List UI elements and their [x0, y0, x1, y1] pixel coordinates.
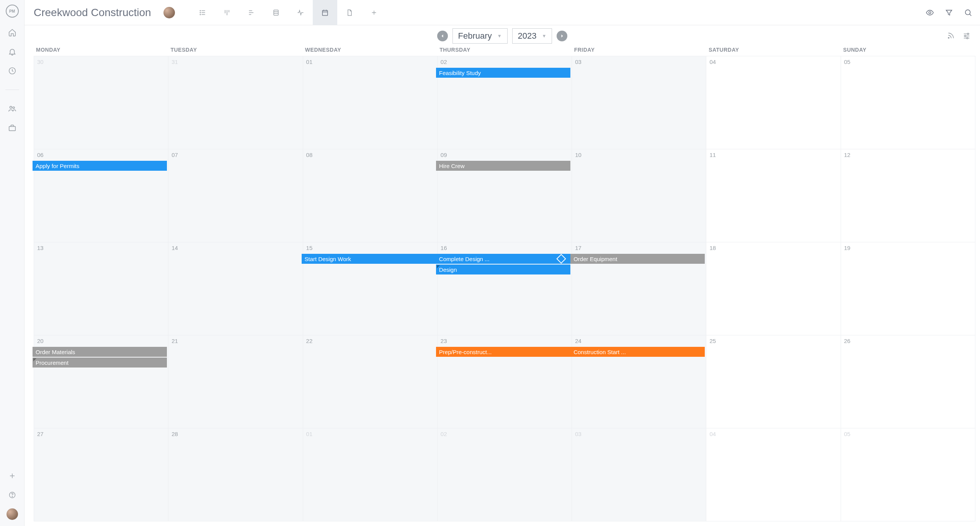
home-icon[interactable] — [8, 28, 16, 37]
calendar-event[interactable]: Prep/Pre-construct... — [436, 347, 570, 357]
calendar-event[interactable]: Start Design Work — [302, 254, 436, 264]
svg-point-1 — [10, 106, 11, 109]
calendar-cell[interactable]: 08 — [303, 149, 438, 242]
calendar-cell[interactable]: 14 — [168, 242, 303, 335]
day-number: 22 — [306, 338, 434, 344]
calendar-cell[interactable]: 11 — [706, 149, 841, 242]
svg-rect-10 — [322, 10, 327, 15]
calendar-cell[interactable]: 12 — [841, 149, 975, 242]
calendar-event[interactable]: Procurement — [33, 358, 167, 368]
calendar-cell[interactable]: 21 — [168, 335, 303, 428]
calendar-cell[interactable]: 07 — [168, 149, 303, 242]
calendar-cell[interactable]: 01 — [303, 428, 438, 521]
day-number: 27 — [37, 431, 165, 437]
day-number: 20 — [37, 338, 165, 344]
calendar-event[interactable]: Hire Crew — [436, 161, 570, 171]
calendar-cell[interactable]: 27 — [34, 428, 168, 521]
calendar-cell[interactable]: 03 — [572, 56, 706, 149]
day-number: 15 — [306, 245, 434, 251]
dow-label: THURSDAY — [437, 47, 572, 53]
calendar-cell[interactable]: 10 — [572, 149, 706, 242]
day-number: 09 — [441, 152, 568, 158]
svg-point-8 — [200, 14, 201, 15]
tab-file[interactable] — [337, 0, 362, 25]
plus-icon[interactable] — [8, 472, 16, 480]
day-number: 06 — [37, 152, 165, 158]
project-owner-avatar[interactable] — [163, 7, 175, 18]
people-icon[interactable] — [8, 105, 16, 113]
day-number: 25 — [709, 338, 837, 344]
calendar-cell[interactable]: 31 — [168, 56, 303, 149]
day-number: 04 — [709, 59, 837, 65]
calendar-cell[interactable]: 04 — [706, 428, 841, 521]
calendar-event[interactable]: Order Equipment — [570, 254, 705, 264]
svg-point-11 — [929, 11, 931, 14]
day-number: 07 — [172, 152, 299, 158]
project-title: Creekwood Construction — [34, 7, 151, 19]
day-number: 16 — [441, 245, 568, 251]
topbar: Creekwood Construction — [24, 0, 980, 25]
calendar-cell[interactable]: 13 — [34, 242, 168, 335]
tab-add[interactable] — [362, 0, 386, 25]
clock-icon[interactable] — [8, 67, 16, 75]
search-icon[interactable] — [964, 8, 972, 17]
calendar-cell[interactable]: 03 — [572, 428, 706, 521]
day-number: 31 — [172, 59, 299, 65]
calendar-cell[interactable]: 18 — [706, 242, 841, 335]
tab-board[interactable] — [215, 0, 239, 25]
day-number: 05 — [844, 431, 972, 437]
chevron-down-icon: ▼ — [497, 33, 502, 39]
tab-gantt[interactable] — [239, 0, 264, 25]
calendar-event[interactable]: Order Materials — [33, 347, 167, 357]
next-month-button[interactable] — [557, 31, 567, 41]
briefcase-icon[interactable] — [8, 124, 16, 132]
calendar-cell[interactable]: 30 — [34, 56, 168, 149]
rss-icon[interactable] — [947, 32, 955, 40]
svg-point-14 — [967, 33, 969, 35]
day-number: 03 — [575, 431, 703, 437]
tab-calendar[interactable] — [313, 0, 337, 25]
calendar-event[interactable]: Feasibility Study — [436, 68, 570, 78]
calendar-cell[interactable]: 05 — [841, 428, 975, 521]
calendar-event[interactable]: Complete Design ... — [436, 254, 570, 264]
day-number: 03 — [575, 59, 703, 65]
app-logo[interactable]: PM — [6, 5, 19, 18]
svg-point-5 — [12, 497, 12, 497]
date-nav: February ▼ 2023 ▼ — [24, 25, 980, 47]
bell-icon[interactable] — [8, 47, 16, 56]
calendar-cell[interactable]: 22 — [303, 335, 438, 428]
calendar-cell[interactable]: 19 — [841, 242, 975, 335]
prev-month-button[interactable] — [437, 31, 448, 41]
dow-label: FRIDAY — [572, 47, 706, 53]
calendar-cell[interactable]: 01 — [303, 56, 438, 149]
calendar-cell[interactable]: 02 — [438, 428, 572, 521]
visibility-icon[interactable] — [926, 8, 934, 17]
tab-activity[interactable] — [288, 0, 313, 25]
day-number: 17 — [575, 245, 703, 251]
calendar-cell[interactable]: 04 — [706, 56, 841, 149]
day-number: 19 — [844, 245, 972, 251]
svg-rect-9 — [274, 10, 278, 15]
tab-sheet[interactable] — [264, 0, 288, 25]
year-label: 2023 — [518, 31, 537, 41]
day-number: 02 — [441, 431, 568, 437]
calendar-event[interactable]: Apply for Permits — [33, 161, 167, 171]
svg-point-2 — [13, 107, 15, 109]
month-picker[interactable]: February ▼ — [452, 28, 508, 44]
day-number: 12 — [844, 152, 972, 158]
help-icon[interactable] — [8, 491, 16, 499]
calendar-cell[interactable]: 25 — [706, 335, 841, 428]
dow-label: SATURDAY — [706, 47, 841, 53]
settings-sliders-icon[interactable] — [962, 32, 971, 40]
year-picker[interactable]: 2023 ▼ — [512, 28, 552, 44]
filter-icon[interactable] — [945, 8, 953, 17]
calendar-event[interactable]: Design — [436, 265, 570, 274]
view-tabs — [190, 0, 386, 25]
tab-list[interactable] — [190, 0, 215, 25]
dow-label: TUESDAY — [168, 47, 302, 53]
calendar-cell[interactable]: 28 — [168, 428, 303, 521]
calendar-event[interactable]: Construction Start ... — [570, 347, 705, 357]
calendar-cell[interactable]: 26 — [841, 335, 975, 428]
user-avatar[interactable] — [7, 508, 18, 520]
calendar-cell[interactable]: 05 — [841, 56, 975, 149]
